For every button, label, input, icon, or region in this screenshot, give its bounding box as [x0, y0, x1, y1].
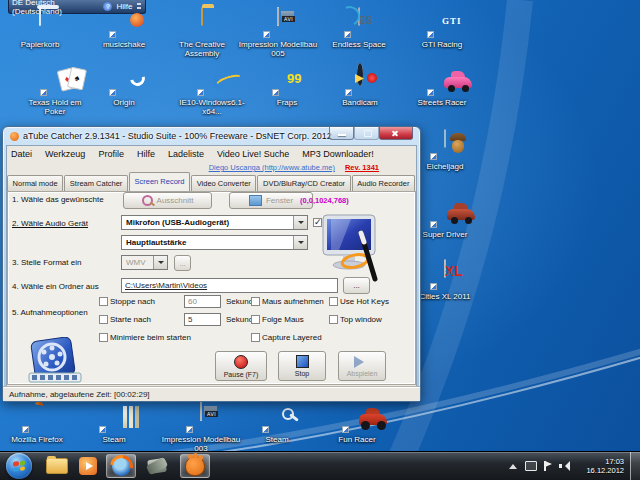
play-button[interactable]: Abspielen [338, 351, 386, 381]
desktop-icon-texas-holdem[interactable]: Texas Hold em Poker [17, 66, 93, 116]
desktop-icon-gti-racing[interactable]: GTI GTI Racing [404, 8, 480, 49]
musicshake-icon [108, 8, 140, 38]
author-link[interactable]: Diego Uscanga (http://www.atube.me) [209, 163, 335, 172]
atube-catcher-window: aTube Catcher 2.9.1341 - Studio Suite - … [2, 126, 421, 402]
desktop: DE Deutsch (Deutschland) ? Hilfe Papierk… [0, 0, 640, 480]
format-dropdown[interactable]: WMV [121, 255, 168, 270]
close-button[interactable] [379, 127, 413, 140]
minimize-on-start-label: Minimiere beim starten [110, 333, 191, 342]
gray-app-icon [147, 458, 167, 474]
desktop-icon-steam-1[interactable]: Steam [76, 403, 152, 444]
icon-label: musicshake [86, 40, 162, 49]
pause-button[interactable]: Pause (F7) [215, 351, 267, 381]
taskbar: 17:03 16.12.2012 [0, 451, 640, 480]
firefox-icon [112, 457, 131, 476]
menu-hilfe[interactable]: Hilfe [137, 149, 155, 159]
tab-screen-record[interactable]: Screen Record [129, 172, 190, 191]
tray-window-icon[interactable] [525, 461, 537, 471]
step2-label[interactable]: 2. Wähle Audio Gerät [12, 219, 88, 228]
icon-label: IE10-Windows6.1-x64... [172, 98, 252, 116]
icon-label: Fun Racer [319, 435, 395, 444]
chevron-down-icon[interactable] [293, 236, 307, 249]
menu-video-live-suche[interactable]: Video Live! Suche [217, 149, 289, 159]
desktop-icon-fraps[interactable]: 99 Fraps [249, 66, 325, 107]
taskbar-firefox-button[interactable] [106, 454, 136, 478]
stop-button[interactable]: Stop [278, 351, 326, 381]
use-hotkeys-checkbox[interactable] [329, 297, 338, 306]
maximize-button[interactable] [354, 127, 379, 140]
clock-time: 17:03 [605, 457, 624, 466]
film-reel-icon [25, 337, 85, 385]
start-after-label: Starte nach [110, 315, 151, 324]
icon-label: Papierkorb [2, 40, 78, 49]
media-player-icon [79, 457, 97, 475]
minimize-on-start-checkbox[interactable] [99, 333, 108, 342]
tray-expand-icon[interactable] [509, 460, 517, 469]
taskbar-media-player-button[interactable] [75, 454, 101, 478]
minimize-button[interactable] [329, 127, 354, 140]
top-window-checkbox[interactable] [329, 315, 338, 324]
volume-icon[interactable] [559, 461, 570, 471]
desktop-icon-fun-racer[interactable]: Fun Racer [319, 403, 395, 444]
start-seconds-input[interactable]: 5 [184, 313, 221, 326]
desktop-icon-steam-2[interactable]: Steam [239, 403, 315, 444]
desktop-icon-creative-assembly[interactable]: The Creative Assembly [162, 8, 242, 58]
menu-werkzeug[interactable]: Werkzeug [45, 149, 85, 159]
stop-icon [296, 355, 309, 368]
desktop-icon-streets-racer[interactable]: Streets Racer [404, 66, 480, 107]
icon-label: Origin [86, 98, 162, 107]
icon-label: Fraps [249, 98, 325, 107]
format-options-button[interactable]: ... [174, 255, 191, 271]
browse-folder-button[interactable]: ... [343, 277, 370, 294]
bandicam-icon [344, 66, 376, 96]
capture-mouse-checkbox[interactable] [251, 297, 260, 306]
start-button[interactable] [6, 453, 32, 479]
system-tray: 17:03 16.12.2012 [509, 452, 640, 480]
menu-profile[interactable]: Profile [98, 149, 124, 159]
output-folder-input[interactable]: C:\Users\Martin\Videos [121, 278, 338, 293]
chevron-down-icon [153, 256, 167, 269]
tab-audio-recorder[interactable]: Audio Recorder [352, 175, 415, 191]
tab-normal-mode[interactable]: Normal mode [7, 175, 63, 191]
action-center-flag-icon[interactable] [543, 461, 553, 471]
menu-datei[interactable]: Datei [11, 149, 32, 159]
desktop-icon-origin[interactable]: Origin [86, 66, 162, 107]
fraps-icon: 99 [271, 66, 303, 96]
audio-device-dropdown[interactable]: Mikrofon (USB-Audiogerät) [121, 215, 308, 230]
acorn-icon [429, 130, 461, 160]
desktop-icon-endless-space[interactable]: ES Endless Space [321, 8, 397, 49]
capture-layered-label: Capture Layered [262, 333, 322, 342]
show-desktop-button[interactable] [630, 452, 640, 480]
start-after-checkbox[interactable] [99, 315, 108, 324]
chevron-down-icon[interactable] [293, 216, 307, 229]
explorer-folder-icon [46, 458, 68, 474]
tab-video-converter[interactable]: Video Converter [191, 175, 256, 191]
desktop-icon-firefox[interactable]: Mozilla Firefox [0, 403, 75, 444]
follow-mouse-label: Folge Maus [262, 315, 304, 324]
capture-layered-checkbox[interactable] [251, 333, 260, 342]
stop-seconds-input[interactable]: 60 [184, 295, 221, 308]
tab-stream-catcher[interactable]: Stream Catcher [64, 175, 128, 191]
menu-mp3-downloader[interactable]: MP3 Downloader! [302, 149, 374, 159]
desktop-icon-bandicam[interactable]: Bandicam [322, 66, 398, 107]
desktop-icon-papierkorb[interactable]: Papierkorb [2, 8, 78, 49]
volume-source-dropdown[interactable]: Hauptlautstärke [121, 235, 308, 250]
taskbar-explorer-button[interactable] [44, 454, 70, 478]
taskbar-atube-catcher-button[interactable] [180, 454, 210, 478]
top-window-label: Top window [340, 315, 382, 324]
stop-after-label: Stoppe nach [110, 297, 155, 306]
windows-logo-icon [13, 460, 25, 471]
taskbar-app-button[interactable] [144, 454, 170, 478]
menu-ladeliste[interactable]: Ladeliste [168, 149, 204, 159]
desktop-icon-musicshake[interactable]: musicshake [86, 8, 162, 49]
desktop-icon-ie10[interactable]: e IE10-Windows6.1-x64... [172, 66, 252, 116]
desktop-icon-impression-003[interactable]: AVI Impression Modellbau 003 [160, 403, 242, 453]
follow-mouse-checkbox[interactable] [251, 315, 260, 324]
revision-label[interactable]: Rev. 1341 [345, 163, 379, 172]
taskbar-clock[interactable]: 17:03 16.12.2012 [576, 457, 624, 475]
stop-after-checkbox[interactable] [99, 297, 108, 306]
avi-file-icon: AVI [185, 403, 217, 433]
tab-dvd-bluray-cd-creator[interactable]: DVD/BluRay/CD Creator [257, 175, 350, 191]
crop-button[interactable]: Ausschnitt [123, 192, 212, 209]
desktop-icon-impression-005[interactable]: AVI Impression Modellbau 005 [237, 8, 319, 58]
